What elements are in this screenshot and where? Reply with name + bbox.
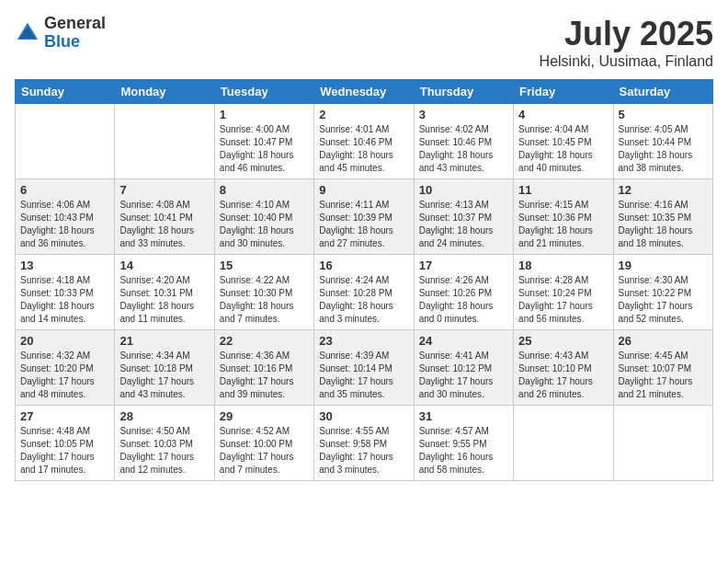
header-tuesday: Tuesday bbox=[214, 80, 313, 104]
day-info: Sunrise: 4:13 AMSunset: 10:37 PMDaylight… bbox=[419, 199, 508, 250]
calendar-location: Helsinki, Uusimaa, Finland bbox=[540, 53, 713, 70]
day-number: 27 bbox=[20, 409, 109, 423]
calendar-week-row: 1Sunrise: 4:00 AMSunset: 10:47 PMDayligh… bbox=[16, 104, 713, 179]
calendar-header-row: SundayMondayTuesdayWednesdayThursdayFrid… bbox=[16, 80, 713, 104]
calendar-cell: 18Sunrise: 4:28 AMSunset: 10:24 PMDaylig… bbox=[514, 255, 613, 330]
day-info: Sunrise: 4:52 AMSunset: 10:00 PMDaylight… bbox=[220, 425, 309, 477]
calendar-cell: 4Sunrise: 4:04 AMSunset: 10:45 PMDayligh… bbox=[514, 104, 613, 179]
day-number: 1 bbox=[220, 108, 309, 121]
calendar-cell: 27Sunrise: 4:48 AMSunset: 10:05 PMDaylig… bbox=[16, 406, 115, 481]
day-number: 3 bbox=[419, 108, 508, 121]
calendar-cell bbox=[514, 406, 613, 481]
header-saturday: Saturday bbox=[613, 80, 712, 104]
calendar-title: July 2025 bbox=[540, 15, 713, 53]
day-number: 19 bbox=[619, 259, 708, 272]
calendar-cell: 10Sunrise: 4:13 AMSunset: 10:37 PMDaylig… bbox=[414, 179, 513, 255]
day-info: Sunrise: 4:26 AMSunset: 10:26 PMDaylight… bbox=[419, 274, 508, 326]
calendar-cell: 28Sunrise: 4:50 AMSunset: 10:03 PMDaylig… bbox=[115, 406, 214, 481]
calendar-table: SundayMondayTuesdayWednesdayThursdayFrid… bbox=[15, 79, 713, 481]
day-info: Sunrise: 4:36 AMSunset: 10:16 PMDaylight… bbox=[220, 350, 309, 401]
calendar-week-row: 6Sunrise: 4:06 AMSunset: 10:43 PMDayligh… bbox=[16, 179, 713, 255]
day-info: Sunrise: 4:50 AMSunset: 10:03 PMDaylight… bbox=[119, 425, 209, 477]
day-number: 28 bbox=[119, 409, 209, 423]
calendar-cell: 17Sunrise: 4:26 AMSunset: 10:26 PMDaylig… bbox=[414, 255, 513, 330]
day-info: Sunrise: 4:41 AMSunset: 10:12 PMDaylight… bbox=[419, 350, 508, 401]
day-number: 18 bbox=[518, 259, 608, 272]
page-header: General Blue July 2025 Helsinki, Uusimaa… bbox=[15, 15, 713, 70]
calendar-cell: 26Sunrise: 4:45 AMSunset: 10:07 PMDaylig… bbox=[613, 330, 712, 406]
calendar-cell: 24Sunrise: 4:41 AMSunset: 10:12 PMDaylig… bbox=[414, 330, 513, 406]
day-number: 30 bbox=[319, 409, 408, 423]
day-info: Sunrise: 4:32 AMSunset: 10:20 PMDaylight… bbox=[20, 350, 109, 401]
calendar-cell: 11Sunrise: 4:15 AMSunset: 10:36 PMDaylig… bbox=[514, 179, 613, 255]
day-info: Sunrise: 4:04 AMSunset: 10:45 PMDaylight… bbox=[518, 123, 608, 175]
calendar-week-row: 20Sunrise: 4:32 AMSunset: 10:20 PMDaylig… bbox=[16, 330, 713, 406]
calendar-cell: 15Sunrise: 4:22 AMSunset: 10:30 PMDaylig… bbox=[214, 255, 313, 330]
calendar-cell: 25Sunrise: 4:43 AMSunset: 10:10 PMDaylig… bbox=[514, 330, 613, 406]
day-number: 9 bbox=[319, 183, 408, 197]
calendar-cell bbox=[613, 406, 712, 481]
calendar-cell: 3Sunrise: 4:02 AMSunset: 10:46 PMDayligh… bbox=[414, 104, 513, 179]
header-wednesday: Wednesday bbox=[314, 80, 414, 104]
day-info: Sunrise: 4:55 AMSunset: 9:58 PMDaylight:… bbox=[319, 425, 408, 477]
calendar-cell: 13Sunrise: 4:18 AMSunset: 10:33 PMDaylig… bbox=[16, 255, 115, 330]
day-number: 15 bbox=[220, 259, 309, 272]
day-info: Sunrise: 4:30 AMSunset: 10:22 PMDaylight… bbox=[619, 274, 708, 326]
day-number: 26 bbox=[619, 334, 708, 348]
day-number: 21 bbox=[119, 334, 209, 348]
calendar-cell bbox=[115, 104, 214, 179]
calendar-cell: 5Sunrise: 4:05 AMSunset: 10:44 PMDayligh… bbox=[613, 104, 712, 179]
day-number: 22 bbox=[220, 334, 309, 348]
day-info: Sunrise: 4:57 AMSunset: 9:55 PMDaylight:… bbox=[419, 425, 508, 477]
day-number: 31 bbox=[419, 409, 508, 423]
logo: General Blue bbox=[15, 15, 106, 52]
day-info: Sunrise: 4:43 AMSunset: 10:10 PMDaylight… bbox=[518, 350, 608, 401]
calendar-cell: 20Sunrise: 4:32 AMSunset: 10:20 PMDaylig… bbox=[16, 330, 115, 406]
calendar-cell: 16Sunrise: 4:24 AMSunset: 10:28 PMDaylig… bbox=[314, 255, 414, 330]
calendar-cell: 8Sunrise: 4:10 AMSunset: 10:40 PMDayligh… bbox=[214, 179, 313, 255]
calendar-cell: 31Sunrise: 4:57 AMSunset: 9:55 PMDayligh… bbox=[414, 406, 513, 481]
day-number: 13 bbox=[20, 259, 109, 272]
calendar-week-row: 27Sunrise: 4:48 AMSunset: 10:05 PMDaylig… bbox=[16, 406, 713, 481]
day-info: Sunrise: 4:05 AMSunset: 10:44 PMDaylight… bbox=[619, 123, 708, 175]
day-number: 5 bbox=[619, 108, 708, 121]
day-info: Sunrise: 4:01 AMSunset: 10:46 PMDaylight… bbox=[319, 123, 408, 175]
day-number: 11 bbox=[518, 183, 608, 197]
day-number: 6 bbox=[20, 183, 109, 197]
logo-icon bbox=[15, 20, 40, 46]
header-friday: Friday bbox=[514, 80, 613, 104]
logo-general-text: General bbox=[44, 15, 106, 33]
calendar-cell: 29Sunrise: 4:52 AMSunset: 10:00 PMDaylig… bbox=[214, 406, 313, 481]
calendar-cell: 9Sunrise: 4:11 AMSunset: 10:39 PMDayligh… bbox=[314, 179, 414, 255]
day-number: 23 bbox=[319, 334, 408, 348]
day-number: 7 bbox=[119, 183, 209, 197]
day-number: 16 bbox=[319, 259, 408, 272]
day-info: Sunrise: 4:39 AMSunset: 10:14 PMDaylight… bbox=[319, 350, 408, 401]
day-info: Sunrise: 4:00 AMSunset: 10:47 PMDaylight… bbox=[220, 123, 309, 175]
day-info: Sunrise: 4:18 AMSunset: 10:33 PMDaylight… bbox=[20, 274, 109, 326]
header-sunday: Sunday bbox=[16, 80, 115, 104]
calendar-cell: 2Sunrise: 4:01 AMSunset: 10:46 PMDayligh… bbox=[314, 104, 414, 179]
calendar-cell: 12Sunrise: 4:16 AMSunset: 10:35 PMDaylig… bbox=[613, 179, 712, 255]
day-info: Sunrise: 4:08 AMSunset: 10:41 PMDaylight… bbox=[119, 199, 209, 250]
calendar-cell: 22Sunrise: 4:36 AMSunset: 10:16 PMDaylig… bbox=[214, 330, 313, 406]
calendar-cell: 21Sunrise: 4:34 AMSunset: 10:18 PMDaylig… bbox=[115, 330, 214, 406]
day-number: 29 bbox=[220, 409, 309, 423]
day-info: Sunrise: 4:06 AMSunset: 10:43 PMDaylight… bbox=[20, 199, 109, 250]
title-block: July 2025 Helsinki, Uusimaa, Finland bbox=[540, 15, 713, 70]
day-info: Sunrise: 4:22 AMSunset: 10:30 PMDaylight… bbox=[220, 274, 309, 326]
calendar-cell: 19Sunrise: 4:30 AMSunset: 10:22 PMDaylig… bbox=[613, 255, 712, 330]
calendar-cell: 23Sunrise: 4:39 AMSunset: 10:14 PMDaylig… bbox=[314, 330, 414, 406]
day-number: 10 bbox=[419, 183, 508, 197]
calendar-cell: 1Sunrise: 4:00 AMSunset: 10:47 PMDayligh… bbox=[214, 104, 313, 179]
day-info: Sunrise: 4:34 AMSunset: 10:18 PMDaylight… bbox=[119, 350, 209, 401]
calendar-cell: 30Sunrise: 4:55 AMSunset: 9:58 PMDayligh… bbox=[314, 406, 414, 481]
day-info: Sunrise: 4:11 AMSunset: 10:39 PMDaylight… bbox=[319, 199, 408, 250]
calendar-cell: 6Sunrise: 4:06 AMSunset: 10:43 PMDayligh… bbox=[16, 179, 115, 255]
day-info: Sunrise: 4:24 AMSunset: 10:28 PMDaylight… bbox=[319, 274, 408, 326]
logo-blue-text: Blue bbox=[44, 33, 106, 52]
day-number: 12 bbox=[619, 183, 708, 197]
header-thursday: Thursday bbox=[414, 80, 513, 104]
day-info: Sunrise: 4:10 AMSunset: 10:40 PMDaylight… bbox=[220, 199, 309, 250]
logo-text: General Blue bbox=[44, 15, 106, 52]
